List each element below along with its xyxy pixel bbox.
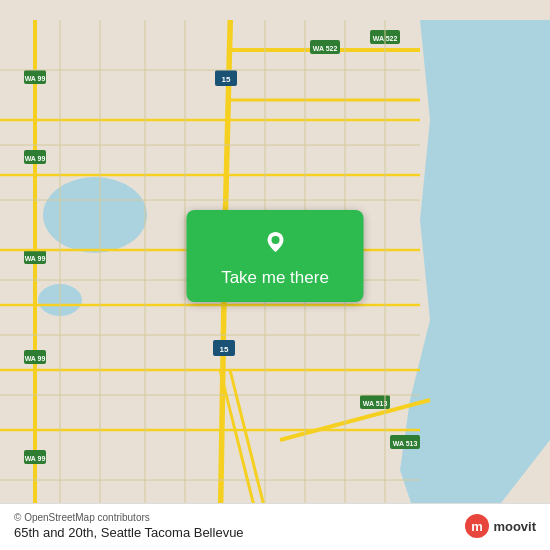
location-pin-icon — [257, 224, 293, 260]
svg-text:WA 522: WA 522 — [313, 45, 338, 52]
svg-text:m: m — [472, 519, 484, 534]
map-container: 15 15 15 WA 99 WA 99 WA 99 WA 99 WA 99 W… — [0, 0, 550, 550]
moovit-logo: m moovit — [465, 514, 536, 538]
svg-text:15: 15 — [222, 75, 231, 84]
svg-point-1 — [43, 177, 147, 253]
svg-text:WA 99: WA 99 — [25, 155, 46, 162]
svg-text:WA 513: WA 513 — [363, 400, 388, 407]
svg-text:WA 99: WA 99 — [25, 455, 46, 462]
button-label: Take me there — [221, 268, 329, 288]
svg-point-59 — [271, 236, 279, 244]
location-label: 65th and 20th, Seattle Tacoma Bellevue — [14, 525, 244, 540]
moovit-text: moovit — [493, 519, 536, 534]
bottom-bar: © OpenStreetMap contributors 65th and 20… — [0, 503, 550, 550]
svg-text:WA 99: WA 99 — [25, 255, 46, 262]
svg-text:WA 99: WA 99 — [25, 355, 46, 362]
map-attribution: © OpenStreetMap contributors — [14, 512, 244, 523]
moovit-icon: m — [465, 514, 489, 538]
take-me-there-button[interactable]: Take me there — [187, 210, 364, 302]
svg-text:WA 513: WA 513 — [393, 440, 418, 447]
svg-text:WA 99: WA 99 — [25, 75, 46, 82]
svg-text:15: 15 — [220, 345, 229, 354]
